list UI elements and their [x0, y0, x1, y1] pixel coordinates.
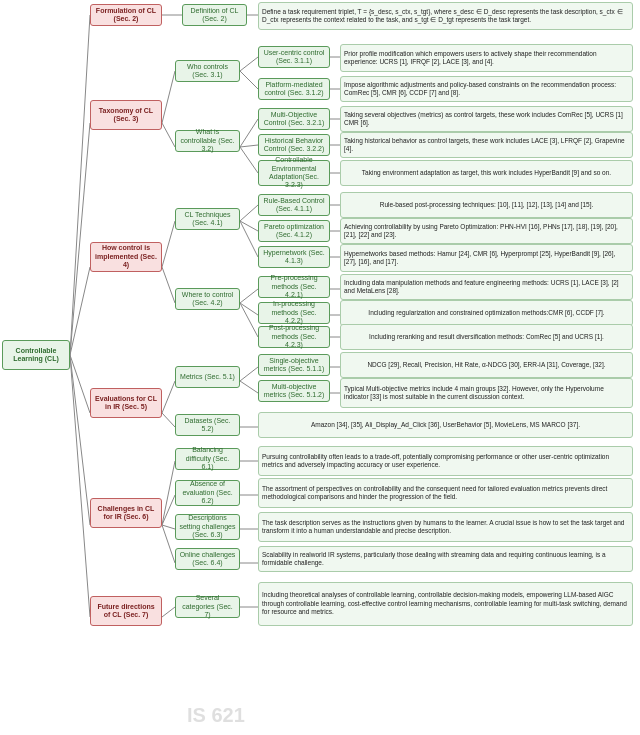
svg-line-22 [240, 205, 258, 221]
svg-line-41 [162, 461, 175, 525]
svg-line-16 [240, 147, 258, 173]
hypernetwork-desc: Hypernetworks based methods: Hamur [24],… [340, 244, 633, 272]
svg-line-10 [240, 57, 258, 71]
svg-line-24 [240, 221, 258, 257]
svg-line-43 [162, 525, 175, 529]
svg-line-34 [162, 381, 175, 413]
evaluations-node: Evaluations for CL in IR (Sec. 5) [90, 388, 162, 418]
svg-line-14 [240, 119, 258, 147]
multi-obj-metrics-node: Multi-objective metrics (Sec. 5.1.2) [258, 380, 330, 402]
preprocess-desc: Including data manipulation methods and … [340, 274, 633, 300]
svg-line-2 [70, 267, 90, 355]
svg-line-1 [70, 123, 90, 355]
main-diagram: Controllable Learning (CL) Formulation o… [0, 0, 640, 735]
platform-mediated-node: Platform-mediated control (Sec. 3.1.2) [258, 78, 330, 100]
descriptions-setting-desc: The task description serves as the instr… [258, 512, 633, 542]
inprocess-desc: Including regularization and constrained… [340, 300, 633, 326]
taxonomy-node: Taxonomy of CL (Sec. 3) [90, 100, 162, 130]
svg-line-20 [162, 221, 175, 267]
svg-line-28 [240, 289, 258, 303]
hypernetwork-node: Hypernetwork (Sec. 4.1.3) [258, 246, 330, 268]
rule-based-desc: Rule-based post-processing techniques: [… [340, 192, 633, 218]
platform-mediated-desc: Impose algorithmic adjustments and polic… [340, 76, 633, 102]
historical-node: Historical Behavior Control (Sec. 3.2.2) [258, 134, 330, 156]
cl-techniques-node: CL Techniques (Sec. 4.1) [175, 208, 240, 230]
datasets-node: Datasets (Sec. 5.2) [175, 414, 240, 436]
single-obj-node: Single-objective metrics (Sec. 5.1.1) [258, 354, 330, 376]
svg-line-42 [162, 495, 175, 525]
online-challenges-desc: Scalability in realworld IR systems, par… [258, 546, 633, 572]
svg-line-36 [240, 367, 258, 381]
svg-line-4 [70, 355, 90, 525]
formulation-def-desc: Define a task requirement triplet, T = {… [258, 2, 633, 30]
absence-eval-desc: The assortment of perspectives on contro… [258, 478, 633, 508]
svg-line-49 [162, 607, 175, 617]
multi-obj-desc: Taking several objectives (metrics) as c… [340, 106, 633, 132]
single-obj-desc: NDCG [29], Recall, Precision, Hit Rate, … [340, 352, 633, 378]
historical-desc: Taking historical behavior as control ta… [340, 132, 633, 158]
watermark-label: IS 621 [187, 704, 245, 727]
how-control-node: How control is implemented (Sec. 4) [90, 242, 162, 272]
svg-line-21 [162, 267, 175, 303]
who-controls-node: Who controls (Sec. 3.1) [175, 60, 240, 82]
descriptions-setting-node: Descriptions setting challenges (Sec. 6.… [175, 514, 240, 540]
svg-line-29 [240, 303, 258, 315]
svg-line-35 [162, 413, 175, 427]
absence-eval-node: Absence of evaluation (Sec. 6.2) [175, 480, 240, 506]
what-controllable-node: What is controllable (Sec. 3.2) [175, 130, 240, 152]
postprocess-desc: Including reranking and result diversifi… [340, 324, 633, 350]
inprocess-node: In-processing methods (Sec. 4.2.2) [258, 302, 330, 324]
multi-obj-node: Multi-Objective Control (Sec. 3.2.1) [258, 108, 330, 130]
preprocess-node: Pre-processing methods (Sec. 4.2.1) [258, 276, 330, 298]
multi-obj-metrics-desc: Typical Multi-objective metrics include … [340, 378, 633, 408]
svg-line-23 [240, 221, 258, 231]
metrics-node: Metrics (Sec. 5.1) [175, 366, 240, 388]
svg-line-8 [162, 71, 175, 123]
svg-line-30 [240, 303, 258, 337]
challenges-node: Challenges in CL for IR (Sec. 6) [90, 498, 162, 528]
online-challenges-node: Online challenges (Sec. 6.4) [175, 548, 240, 570]
future-node: Future directions of CL (Sec. 7) [90, 596, 162, 626]
pareto-desc: Achieving controllability by using Paret… [340, 218, 633, 244]
balancing-desc: Pursuing controllability often leads to … [258, 446, 633, 476]
svg-line-0 [70, 15, 90, 355]
pareto-node: Pareto optimization (Sec. 4.1.2) [258, 220, 330, 242]
user-centric-desc: Prior profile modification which empower… [340, 44, 633, 72]
controllable-env-desc: Taking environment adaptation as target,… [340, 160, 633, 186]
postprocess-node: Post-processing methods (Sec. 4.2.3) [258, 326, 330, 348]
datasets-desc: Amazon [34], [35], Ali_Display_Ad_Click … [258, 412, 633, 438]
formulation-def-node: Definition of CL (Sec. 2) [182, 4, 247, 26]
several-categories-node: Several categories (Sec. 7) [175, 596, 240, 618]
svg-line-11 [240, 71, 258, 89]
formulation-node: Formulation of CL (Sec. 2) [90, 4, 162, 26]
svg-line-44 [162, 525, 175, 563]
root-node: Controllable Learning (CL) [2, 340, 70, 370]
controllable-env-node: Controllable Environmental Adaptation(Se… [258, 160, 330, 186]
user-centric-node: User-centric control (Sec. 3.1.1) [258, 46, 330, 68]
rule-based-node: Rule-Based Control (Sec. 4.1.1) [258, 194, 330, 216]
several-categories-desc: Including theoretical analyses of contro… [258, 582, 633, 626]
svg-line-3 [70, 355, 90, 413]
svg-line-37 [240, 381, 258, 393]
svg-line-15 [240, 145, 258, 147]
balancing-node: Balancing difficulty (Sec. 6.1) [175, 448, 240, 470]
svg-line-9 [162, 123, 175, 147]
svg-line-5 [70, 355, 90, 617]
where-control-node: Where to control (Sec. 4.2) [175, 288, 240, 310]
